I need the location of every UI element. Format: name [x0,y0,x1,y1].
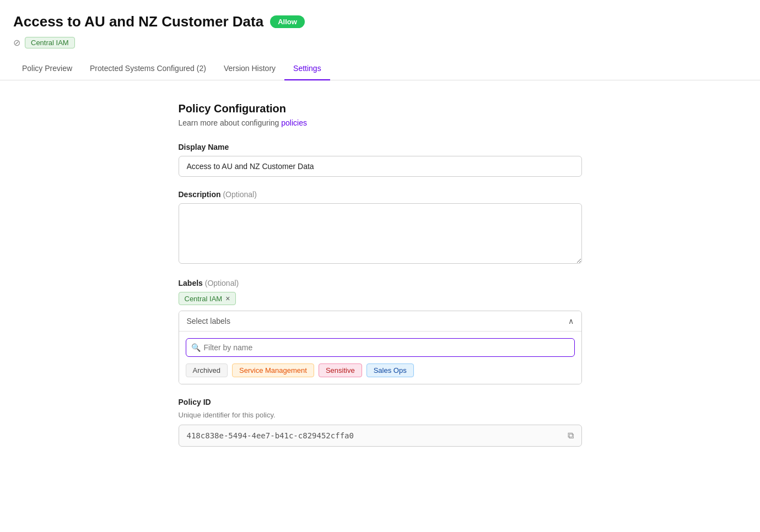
display-name-input[interactable] [179,156,582,177]
select-labels-header[interactable]: Select labels ∧ [179,311,581,331]
page-title: Access to AU and NZ Customer Data [13,13,263,30]
labels-selected: Central IAM × [179,292,582,305]
display-name-group: Display Name [179,143,582,177]
selected-label-central-iam[interactable]: Central IAM × [179,292,236,305]
chevron-up-icon: ∧ [568,317,574,325]
label-options: Archived Service Management Sensitive Sa… [186,363,575,377]
policy-id-section: Policy ID Unique identifier for this pol… [179,398,582,447]
header-label-tag[interactable]: Central IAM [25,37,75,48]
main-content: Policy Configuration Learn more about co… [165,80,595,469]
section-title: Policy Configuration [179,102,582,115]
label-option-archived[interactable]: Archived [186,363,228,377]
tag-icon: ⊘ [13,37,20,48]
remove-label-central-iam[interactable]: × [225,294,230,303]
search-icon: 🔍 [191,343,201,352]
policies-link[interactable]: policies [281,118,307,127]
description-textarea[interactable] [179,203,582,264]
allow-badge: Allow [270,15,305,28]
tab-version-history[interactable]: Version History [215,57,284,80]
tab-protected-systems[interactable]: Protected Systems Configured (2) [81,57,215,80]
tab-settings[interactable]: Settings [284,57,330,80]
filter-input[interactable] [186,338,575,357]
labels-label: Labels (Optional) [179,279,582,287]
policy-id-label: Policy ID [179,398,582,406]
select-labels-box: Select labels ∧ 🔍 Archived Service Manag… [179,311,582,384]
label-option-sensitive[interactable]: Sensitive [319,363,362,377]
copy-icon[interactable]: ⧉ [568,431,574,441]
select-labels-dropdown: 🔍 Archived Service Management Sensitive … [179,331,581,384]
filter-input-wrap: 🔍 [186,338,575,357]
description-label: Description (Optional) [179,190,582,199]
section-subtitle: Learn more about configuring policies [179,118,582,127]
policy-id-value: 418c838e-5494-4ee7-b41c-c829452cffa0 [187,431,563,440]
labels-group: Labels (Optional) Central IAM × Select l… [179,279,582,384]
display-name-label: Display Name [179,143,582,151]
policy-id-box: 418c838e-5494-4ee7-b41c-c829452cffa0 ⧉ [179,425,582,447]
tab-bar: Policy Preview Protected Systems Configu… [0,57,760,80]
description-group: Description (Optional) [179,190,582,265]
label-option-sales-ops[interactable]: Sales Ops [366,363,414,377]
tab-policy-preview[interactable]: Policy Preview [13,57,81,80]
policy-id-desc: Unique identifier for this policy. [179,411,582,419]
label-option-service-management[interactable]: Service Management [232,363,314,377]
